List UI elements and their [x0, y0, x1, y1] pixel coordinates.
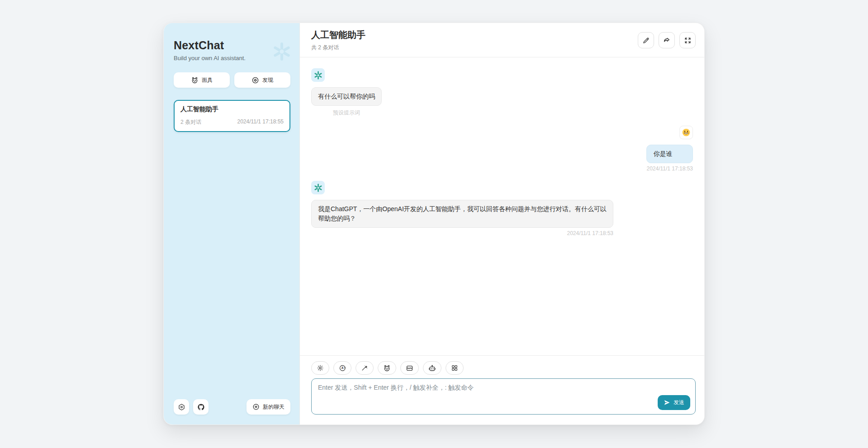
github-icon: [197, 403, 205, 411]
bot-message: 我是ChatGPT，一个由OpenAI开发的人工智能助手，我可以回答各种问题并与…: [311, 181, 693, 237]
discover-icon: [251, 76, 259, 84]
mask-icon: [191, 76, 199, 84]
fullscreen-button[interactable]: [679, 32, 696, 48]
openai-logo-watermark-icon: [271, 41, 292, 62]
chat-input[interactable]: [311, 378, 696, 415]
user-message: 你是谁 2024/11/1 17:18:53: [311, 126, 693, 172]
new-chat-button[interactable]: 新的聊天: [247, 399, 290, 415]
app-window: NextChat Build your own AI assistant. 面具: [163, 23, 705, 425]
chat-panel: 人工智能助手 共 2 条对话: [299, 23, 704, 424]
send-button[interactable]: 发送: [658, 395, 690, 410]
message-bubble[interactable]: 你是谁: [646, 145, 693, 163]
settings-icon: [178, 403, 185, 411]
mask-button-label: 面具: [202, 76, 213, 84]
sidebar: NextChat Build your own AI assistant. 面具: [164, 23, 299, 424]
mask-icon: [383, 364, 391, 372]
message-timestamp: 2024/11/1 17:18:53: [311, 230, 613, 236]
bot-avatar-icon: [311, 68, 325, 82]
chat-subtitle: 共 2 条对话: [311, 44, 365, 52]
chat-item-title: 人工智能助手: [180, 105, 284, 113]
magic-wand-icon: [361, 364, 368, 372]
github-button[interactable]: [193, 399, 209, 415]
rename-button[interactable]: [638, 32, 654, 48]
discover-button[interactable]: 发现: [234, 72, 290, 88]
chat-item-count: 2 条对话: [180, 118, 201, 126]
sidebar-footer: 新的聊天: [174, 399, 290, 415]
model-select-button[interactable]: [423, 361, 441, 375]
pencil-icon: [642, 37, 650, 44]
preset-prompt-caption: 预设提示词: [311, 109, 382, 117]
message-list[interactable]: 有什么可以帮你的吗 预设提示词 你是谁 2024/: [300, 57, 704, 355]
chat-input-toolbar: A: [311, 361, 696, 375]
message-timestamp: 2024/11/1 17:18:53: [646, 165, 693, 172]
paper-plane-icon: [664, 399, 670, 406]
share-button[interactable]: [659, 32, 675, 48]
bot-avatar-icon: [311, 181, 325, 194]
plus-circle-icon: [252, 403, 260, 410]
send-button-label: 发送: [674, 399, 684, 406]
theme-toggle-button[interactable]: A: [333, 361, 351, 375]
mask-button[interactable]: 面具: [174, 72, 230, 88]
chat-title: 人工智能助手: [311, 29, 365, 41]
message-bubble[interactable]: 有什么可以帮你的吗: [311, 87, 382, 106]
chat-header: 人工智能助手 共 2 条对话: [300, 23, 704, 57]
svg-text:A: A: [342, 366, 344, 369]
grid-icon: [451, 364, 458, 372]
input-panel: A: [300, 355, 704, 424]
settings-button[interactable]: [174, 399, 189, 415]
chat-item-time: 2024/11/1 17:18:55: [237, 118, 284, 126]
robot-icon: [428, 364, 436, 372]
user-avatar-emoji-icon: [679, 126, 693, 139]
message-bubble[interactable]: 我是ChatGPT，一个由OpenAI开发的人工智能助手，我可以回答各种问题并与…: [311, 200, 613, 228]
clear-context-icon: [406, 364, 413, 372]
bot-message: 有什么可以帮你的吗 预设提示词: [311, 68, 693, 117]
new-chat-label: 新的聊天: [263, 403, 285, 411]
clear-context-button[interactable]: [400, 361, 419, 375]
masks-button[interactable]: [378, 361, 396, 375]
chat-list: 人工智能助手 2 条对话 2024/11/1 17:18:55: [174, 100, 290, 132]
prompts-button[interactable]: [356, 361, 374, 375]
chat-list-item-selected[interactable]: 人工智能助手 2 条对话 2024/11/1 17:18:55: [174, 100, 290, 132]
discover-button-label: 发现: [262, 76, 273, 84]
expand-icon: [684, 37, 692, 44]
share-icon: [663, 36, 671, 44]
shortcuts-button[interactable]: [446, 361, 464, 375]
gear-icon: [317, 364, 324, 372]
theme-auto-icon: A: [339, 364, 346, 372]
chat-settings-button[interactable]: [311, 361, 329, 375]
